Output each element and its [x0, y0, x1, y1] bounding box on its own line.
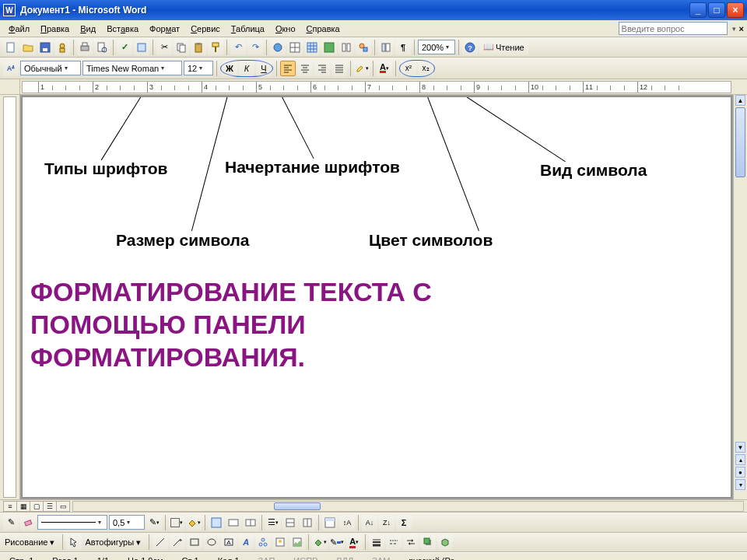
- font-color-button[interactable]: A▾: [377, 61, 392, 76]
- maximize-button[interactable]: □: [708, 2, 725, 18]
- sort-asc-button[interactable]: A↓: [362, 515, 377, 530]
- eraser-button[interactable]: [20, 515, 36, 530]
- drawing-button[interactable]: [356, 40, 371, 55]
- picture-button[interactable]: [289, 534, 305, 550]
- table-autoformat-button[interactable]: [322, 515, 338, 530]
- align-right-button[interactable]: [314, 61, 330, 76]
- line-style-combo[interactable]: ▾: [37, 515, 107, 530]
- line-color-button[interactable]: ✎▾: [329, 534, 345, 550]
- normal-view-button[interactable]: ≡: [3, 501, 17, 512]
- highlight-button[interactable]: ▾: [354, 61, 370, 76]
- dash-style-button[interactable]: [386, 534, 402, 550]
- menu-edit[interactable]: Правка: [35, 23, 75, 35]
- bold-button[interactable]: Ж: [222, 61, 237, 76]
- page[interactable]: Типы шрифтов Начертание шрифтов Вид симв…: [22, 96, 731, 498]
- wordart-button[interactable]: A: [238, 534, 254, 550]
- distribute-rows-button[interactable]: [282, 515, 298, 530]
- browse-next-button[interactable]: ▾: [735, 479, 745, 490]
- research-button[interactable]: [134, 40, 149, 55]
- paste-button[interactable]: [191, 40, 206, 55]
- cut-button[interactable]: ✂: [156, 40, 172, 55]
- align-justify-button[interactable]: [331, 61, 347, 76]
- web-view-button[interactable]: ▦: [16, 501, 30, 512]
- scroll-thumb[interactable]: [735, 107, 745, 177]
- menu-table[interactable]: Таблица: [226, 23, 270, 35]
- align-center-button[interactable]: [297, 61, 313, 76]
- shading-color-button[interactable]: ▾: [186, 515, 202, 530]
- horizontal-scrollbar[interactable]: [72, 501, 744, 512]
- select-objects-button[interactable]: [66, 534, 82, 550]
- split-cells-button[interactable]: [243, 515, 258, 530]
- shadow-button[interactable]: [420, 534, 436, 550]
- doc-map-button[interactable]: [378, 40, 394, 55]
- close-button[interactable]: ×: [727, 2, 744, 18]
- doc-close-button[interactable]: ×: [739, 24, 744, 33]
- insert-table-tb-button[interactable]: [209, 515, 224, 530]
- font-combo[interactable]: Times New Roman▾: [82, 61, 182, 75]
- browse-object-button[interactable]: ●: [735, 467, 745, 478]
- textbox-button[interactable]: A: [221, 534, 237, 550]
- permission-button[interactable]: [54, 40, 70, 55]
- menu-help[interactable]: Справка: [301, 23, 345, 35]
- ask-question-input[interactable]: [619, 22, 728, 35]
- zoom-combo[interactable]: 200%▾: [418, 40, 455, 54]
- fill-color-button[interactable]: ▾: [312, 534, 328, 550]
- underline-button[interactable]: Ч: [256, 61, 272, 76]
- text-direction-button[interactable]: ↕A: [339, 515, 355, 530]
- print-preview-button[interactable]: [94, 40, 110, 55]
- style-combo[interactable]: Обычный▾: [20, 61, 81, 75]
- menu-file[interactable]: Файл: [3, 23, 35, 35]
- insert-table-button[interactable]: [304, 40, 320, 55]
- menu-format[interactable]: Формат: [144, 23, 185, 35]
- excel-button[interactable]: [321, 40, 337, 55]
- line-weight-combo[interactable]: 0,5▾: [109, 515, 145, 530]
- align-tb-button[interactable]: ☰▾: [265, 515, 281, 530]
- save-button[interactable]: [37, 40, 53, 55]
- outside-border-button[interactable]: ▾: [169, 515, 184, 530]
- styles-pane-button[interactable]: A⁴: [3, 61, 19, 76]
- horizontal-ruler[interactable]: 123456789101112: [22, 81, 731, 93]
- align-left-button[interactable]: [280, 61, 296, 76]
- autosum-button[interactable]: Σ: [396, 515, 412, 530]
- print-button[interactable]: [77, 40, 93, 55]
- open-button[interactable]: [20, 40, 36, 55]
- browse-prev-button[interactable]: ▴: [735, 454, 745, 465]
- scroll-up-button[interactable]: ▲: [735, 95, 745, 106]
- copy-button[interactable]: [174, 40, 189, 55]
- help-icon-button[interactable]: ?: [462, 40, 478, 55]
- format-painter-button[interactable]: [208, 40, 223, 55]
- print-view-button[interactable]: ▢: [30, 501, 44, 512]
- menu-view[interactable]: Вид: [75, 23, 101, 35]
- arrow-button[interactable]: [170, 534, 185, 550]
- autoshapes-menu[interactable]: Автофигуры ▾: [83, 537, 146, 548]
- italic-button[interactable]: К: [239, 61, 254, 76]
- distribute-cols-button[interactable]: [300, 515, 315, 530]
- rectangle-button[interactable]: [187, 534, 202, 550]
- merge-cells-button[interactable]: [226, 515, 241, 530]
- clipart-button[interactable]: [272, 534, 288, 550]
- show-para-button[interactable]: ¶: [395, 40, 411, 55]
- diagram-button[interactable]: [255, 534, 271, 550]
- hyperlink-button[interactable]: [270, 40, 286, 55]
- reading-view-button[interactable]: ▭: [56, 501, 70, 512]
- superscript-button[interactable]: x²: [401, 61, 416, 76]
- menu-tools[interactable]: Сервис: [185, 23, 226, 35]
- menu-insert[interactable]: Вставка: [101, 23, 144, 35]
- scroll-down-button[interactable]: ▼: [735, 442, 745, 453]
- drawing-menu[interactable]: Рисование ▾: [3, 537, 59, 548]
- redo-button[interactable]: ↷: [247, 40, 263, 55]
- line-button[interactable]: [153, 534, 168, 550]
- spell-check-button[interactable]: ✓: [117, 40, 132, 55]
- tables-borders-button[interactable]: [287, 40, 303, 55]
- subscript-button[interactable]: x₂: [418, 61, 433, 76]
- size-combo[interactable]: 12▾: [184, 61, 213, 75]
- vertical-ruler[interactable]: [0, 95, 20, 499]
- hscroll-thumb[interactable]: [274, 502, 321, 510]
- undo-button[interactable]: ↶: [230, 40, 246, 55]
- new-doc-button[interactable]: [3, 40, 19, 55]
- border-color-button[interactable]: ✎▾: [146, 515, 162, 530]
- arrow-style-button[interactable]: [403, 534, 419, 550]
- columns-button[interactable]: [338, 40, 354, 55]
- outline-view-button[interactable]: ☰: [43, 501, 57, 512]
- menu-window[interactable]: Окно: [270, 23, 301, 35]
